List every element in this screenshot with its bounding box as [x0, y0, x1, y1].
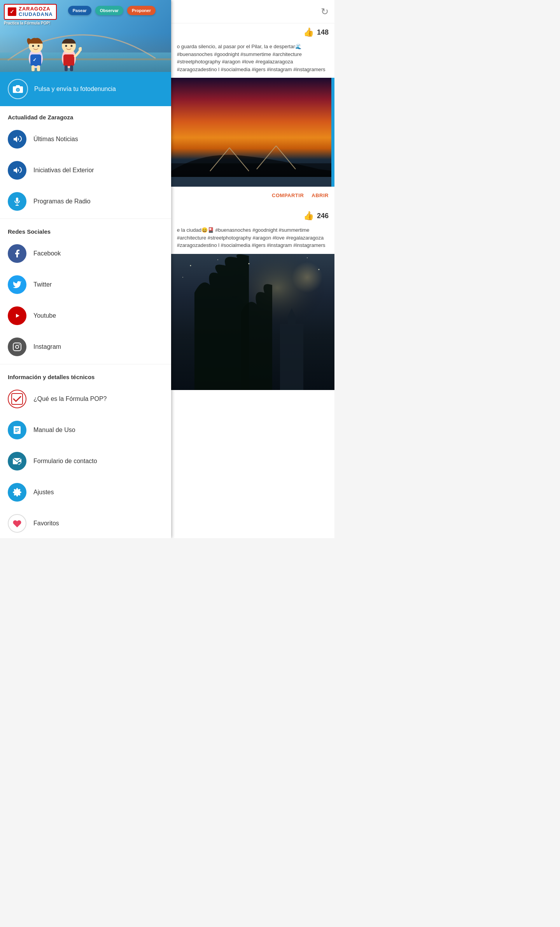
svg-rect-9 [37, 65, 40, 71]
top-bar: ↻ [171, 0, 334, 23]
menu-ultimas-noticias[interactable]: Últimas Noticias [0, 124, 171, 155]
svg-text:✓: ✓ [33, 57, 37, 63]
post-1-text: o guarda silencio, al pasar por el Pilar… [171, 41, 334, 78]
logo-subtitle: Practica la Fórmula POP! [4, 21, 51, 25]
svg-point-47 [217, 259, 218, 260]
menu-instagram[interactable]: Instagram [0, 331, 171, 362]
svg-point-13 [71, 45, 73, 47]
radio-label: Programas de Radio [33, 198, 91, 205]
post-1: 👍 148 o guarda silencio, al pasar por el… [171, 23, 334, 204]
sidebar: ✓ ZARAGOZA CIUDADANA Practica la Fórmula… [0, 0, 171, 538]
formula-pop-icon [8, 390, 26, 408]
facebook-label: Facebook [33, 250, 61, 257]
instagram-icon [8, 338, 26, 356]
post-2-likes: 👍 246 [171, 207, 334, 225]
post-1-actions: COMPARTIR ABRIR [171, 187, 334, 204]
abrir-button-1[interactable]: ABRIR [312, 192, 329, 198]
microphone-icon [8, 192, 26, 211]
iniciativas-label: Iniciativas del Exterior [33, 167, 94, 174]
menu-youtube[interactable]: Youtube [0, 300, 171, 331]
svg-rect-16 [70, 65, 73, 71]
heart-icon [8, 514, 26, 533]
svg-point-27 [19, 344, 19, 345]
svg-point-48 [248, 263, 250, 264]
post-2-image [171, 254, 334, 390]
svg-point-51 [182, 277, 183, 278]
menu-radio[interactable]: Programas de Radio [0, 186, 171, 217]
logo-line2: CIUDADANA [19, 12, 53, 17]
svg-point-26 [16, 345, 19, 348]
svg-point-46 [190, 265, 191, 266]
camera-bar[interactable]: Pulsa y envía tu fotodenuncia [0, 72, 171, 106]
post-1-image [171, 78, 334, 187]
twitter-label: Twitter [33, 281, 52, 288]
menu-formula-pop[interactable]: ¿Qué es la Fórmula POP? [0, 383, 171, 415]
menu-iniciativas[interactable]: Iniciativas del Exterior [0, 155, 171, 186]
section-actualidad: Actualidad de Zaragoza [0, 106, 171, 124]
logo-area: ✓ ZARAGOZA CIUDADANA Practica la Fórmula… [4, 4, 57, 25]
thumb-up-icon-1: 👍 [303, 27, 314, 37]
camera-icon [8, 79, 28, 99]
youtube-label: Youtube [33, 312, 56, 319]
contacto-label: Formulario de contacto [33, 458, 97, 465]
manual-label: Manual de Uso [33, 427, 75, 434]
svg-rect-8 [32, 65, 35, 71]
menu-ajustes[interactable]: Ajustes [0, 477, 171, 508]
manual-icon [8, 421, 26, 439]
compartir-button-1[interactable]: COMPARTIR [272, 192, 304, 198]
svg-point-50 [318, 269, 320, 270]
menu-facebook[interactable]: Facebook [0, 238, 171, 269]
svg-point-4 [32, 45, 34, 47]
divider-1 [0, 219, 171, 219]
logo-box: ✓ ZARAGOZA CIUDADANA [4, 4, 57, 20]
girl-character: ✓ [23, 35, 49, 72]
svg-point-19 [17, 89, 19, 91]
formula-pop-label: ¿Qué es la Fórmula POP? [33, 395, 107, 402]
svg-rect-14 [63, 54, 74, 66]
megaphone-icon-1 [8, 130, 26, 149]
svg-rect-44 [171, 177, 334, 187]
post-2: 👍 246 e la ciudad😄🎴 #buenasnoches #goodn… [171, 207, 334, 390]
svg-point-49 [307, 257, 308, 258]
logo-line1: ZARAGOZA [19, 6, 53, 12]
youtube-icon [8, 306, 26, 325]
instagram-label: Instagram [33, 343, 61, 350]
refresh-button[interactable]: ↻ [321, 6, 329, 17]
facebook-icon [8, 244, 26, 263]
menu-manual[interactable]: Manual de Uso [0, 415, 171, 446]
favoritos-label: Favoritos [33, 520, 59, 527]
speech-bubbles: Pasear Observar Proponer [68, 6, 156, 15]
svg-point-5 [38, 45, 40, 47]
section-info: Información y detalles técnicos [0, 366, 171, 383]
characters: ✓ [23, 35, 82, 72]
logo-text: ZARAGOZA CIUDADANA [19, 6, 53, 17]
sidebar-header: ✓ ZARAGOZA CIUDADANA Practica la Fórmula… [0, 0, 171, 72]
menu-contacto[interactable]: Formulario de contacto [0, 446, 171, 477]
section-redes: Redes Sociales [0, 220, 171, 238]
bubble-observar: Observar [95, 6, 123, 15]
menu-twitter[interactable]: Twitter [0, 269, 171, 300]
ultimas-noticias-label: Últimas Noticias [33, 136, 78, 143]
camera-label: Pulsa y envía tu fotodenuncia [34, 86, 116, 93]
likes-count-1: 148 [317, 28, 329, 37]
svg-point-12 [65, 45, 67, 47]
twitter-icon [8, 275, 26, 294]
boy-character [56, 35, 82, 72]
megaphone-icon-2 [8, 161, 26, 180]
settings-icon [8, 483, 26, 502]
bubble-proponer: Proponer [127, 6, 156, 15]
svg-rect-20 [16, 198, 18, 202]
post-2-text: e la ciudad😄🎴 #buenasnoches #goodnight #… [171, 225, 334, 254]
svg-rect-15 [65, 65, 68, 71]
divider-2 [0, 364, 171, 364]
svg-rect-25 [13, 343, 21, 351]
contact-icon [8, 452, 26, 470]
menu-favoritos[interactable]: Favoritos [0, 508, 171, 538]
bubble-pasear: Pasear [68, 6, 91, 15]
logo-checkmark: ✓ [8, 7, 16, 16]
thumb-up-icon-2: 👍 [303, 211, 314, 221]
post-1-likes: 👍 148 [171, 23, 334, 41]
ajustes-label: Ajustes [33, 489, 54, 496]
main-content: ↻ 👍 148 o guarda silencio, al pasar por … [171, 0, 334, 538]
likes-count-2: 246 [317, 212, 329, 220]
